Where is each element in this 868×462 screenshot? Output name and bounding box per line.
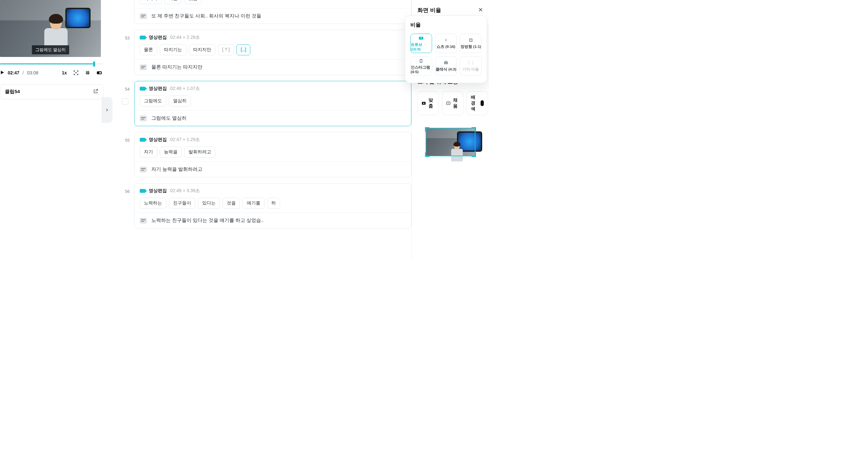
word-chip[interactable]: 따지기는 (160, 44, 186, 55)
clip-title: 클립54 (5, 89, 20, 95)
word-chip[interactable]: 노력하는 (140, 198, 166, 209)
ratio-option[interactable]: 쇼츠 (9:16) (435, 34, 457, 53)
subtitle-icon (140, 64, 147, 70)
panel-title: 화면 비율 (417, 6, 441, 14)
grid-icon[interactable] (84, 69, 92, 77)
subtitle-icon (140, 218, 147, 223)
camera-icon (140, 138, 146, 142)
svg-point-15 (448, 103, 449, 103)
video-caption: 그럼에도 열심히 (32, 45, 69, 54)
word-chip[interactable]: 이런 (164, 0, 182, 4)
ratio-option[interactable]: 유튜브 (16:9) (410, 34, 432, 53)
ratio-label: 기타 비율 (462, 67, 479, 72)
clip-number: 55 (121, 132, 130, 177)
word-chip[interactable]: 발휘하려고 (184, 147, 215, 158)
word-chip[interactable]: 얘기를 (243, 198, 265, 209)
clip-number (121, 0, 130, 24)
ratio-option[interactable]: 정방형 (1:1) (460, 34, 482, 53)
speed-button[interactable]: 1x (60, 69, 68, 77)
subtitle-text[interactable]: 그럼에도 열심히 (151, 115, 187, 121)
bgcolor-button[interactable]: 배경색 (467, 91, 488, 115)
current-time: 02:47 (8, 70, 20, 75)
svg-rect-9 (445, 61, 446, 61)
focus-icon[interactable] (72, 69, 80, 77)
fit-button[interactable]: 맞춤 (417, 91, 439, 115)
ratio-label: 쇼츠 (9:16) (437, 44, 455, 49)
svg-point-0 (75, 72, 76, 73)
caption-toggle-icon[interactable] (95, 69, 103, 77)
word-chip[interactable]: 하 (267, 198, 280, 209)
subtitle-icon (140, 116, 147, 121)
ratio-icon (468, 61, 474, 65)
word-chip[interactable]: 그럼에도 (140, 95, 166, 106)
ratio-label: 유튜브 (16:9) (411, 42, 432, 51)
fill-button[interactable]: 채움 (442, 91, 463, 115)
clip-row[interactable]: 55영상편집02:47 + 1.29초자기능력을발휘하려고자기 능력을 발휘하려… (121, 132, 411, 177)
camera-icon (140, 36, 146, 39)
clip-title-label: 영상편집 (149, 86, 167, 92)
ratio-icon (443, 61, 449, 65)
crop-preview[interactable] (426, 128, 475, 156)
fill-icon (446, 101, 451, 105)
word-chip[interactable]: 열심히 (169, 95, 191, 106)
ratio-icon (418, 36, 424, 40)
ratio-option[interactable]: 클래식 (4:3) (435, 56, 457, 76)
clip-number: 56 (121, 183, 130, 228)
clip-title-label: 영상편집 (149, 188, 167, 194)
camera-icon (140, 189, 146, 193)
video-preview[interactable]: 그럼에도 열심히 (0, 0, 101, 57)
word-chip[interactable]: 것들 (184, 0, 202, 4)
subtitle-text[interactable]: 물론 따지기는 따지지만 (151, 64, 203, 70)
ratio-icon (443, 38, 449, 42)
svg-rect-8 (444, 61, 448, 64)
clip-number: 53 (121, 30, 130, 75)
word-chip[interactable]: 따지지만 (189, 44, 215, 55)
ratio-popover: 비율 유튜브 (16:9)쇼츠 (9:16)정방형 (1:1)인스타그램 (4:… (405, 16, 487, 83)
clip-row[interactable]: 54영상편집02:46 + 1.07초그럼에도열심히그럼에도 열심히 (121, 81, 411, 126)
subtitle-text[interactable]: 또 제 주변 친구들도 사회.. 회사의 복지나 이런 것들 (151, 13, 261, 19)
word-chip[interactable]: 능력을 (160, 147, 182, 158)
camera-icon (140, 87, 146, 91)
subtitle-icon (140, 13, 147, 19)
clip-title-card[interactable]: 클립54 (0, 84, 103, 99)
ratio-option: 기타 비율 (460, 56, 482, 76)
svg-point-13 (447, 102, 450, 104)
svg-point-14 (447, 103, 448, 103)
time-separator: / (23, 70, 24, 75)
bg-swatch (480, 100, 484, 106)
subtitle-icon (140, 166, 147, 173)
subtitle-text[interactable]: 자기 능력을 발휘하려고 (151, 166, 203, 173)
close-icon[interactable] (478, 7, 483, 13)
svg-point-5 (470, 39, 471, 41)
ratio-icon (468, 38, 474, 42)
clip-title-label: 영상편집 (149, 35, 167, 40)
subtitle-text[interactable]: 노력하는 친구들이 있다는 것을 얘기를 하고 싶었습.. (151, 217, 264, 223)
open-external-icon[interactable] (93, 88, 99, 95)
word-chip[interactable]: 있다는 (198, 198, 220, 209)
progress-bar[interactable] (0, 60, 103, 67)
svg-point-11 (423, 102, 424, 104)
total-time: 03:08 (27, 70, 38, 75)
clip-row[interactable]: 복지다이런것들또 제 주변 친구들도 사회.. 회사의 복지나 이런 것들 (121, 0, 411, 24)
word-chip[interactable]: [..] (237, 44, 250, 55)
word-chip[interactable]: 물론 (140, 44, 157, 55)
ratio-option[interactable]: 인스타그램 (4:5) (410, 56, 432, 76)
ratio-icon (418, 59, 424, 63)
ratio-label: 인스타그램 (4:5) (411, 65, 432, 74)
clip-row[interactable]: 53영상편집02:44 + 2.28초물론따지기는따지지만[ ? ][..]물론… (121, 30, 411, 75)
word-chip[interactable]: 것을 (222, 198, 240, 209)
word-chip[interactable]: 복지다 (140, 0, 162, 4)
svg-point-7 (421, 60, 422, 61)
clip-timestamp: 02:46 + 1.07초 (170, 86, 200, 92)
word-chip[interactable]: [ ? ] (218, 44, 234, 55)
word-chip[interactable]: 친구들이 (169, 198, 195, 209)
play-icon[interactable] (0, 70, 4, 76)
clip-title-label: 영상편집 (149, 137, 167, 143)
clip-number: 54 (121, 81, 130, 126)
ratio-label: 클래식 (4:3) (436, 67, 456, 72)
clip-row[interactable]: 56영상편집02:49 + 3.39초노력하는친구들이있다는것을얘기를하노력하는… (121, 183, 411, 228)
ratio-heading: 비율 (410, 22, 482, 28)
clip-checkbox[interactable] (122, 98, 128, 105)
clip-timestamp: 02:47 + 1.29초 (170, 137, 200, 143)
word-chip[interactable]: 자기 (140, 147, 157, 158)
